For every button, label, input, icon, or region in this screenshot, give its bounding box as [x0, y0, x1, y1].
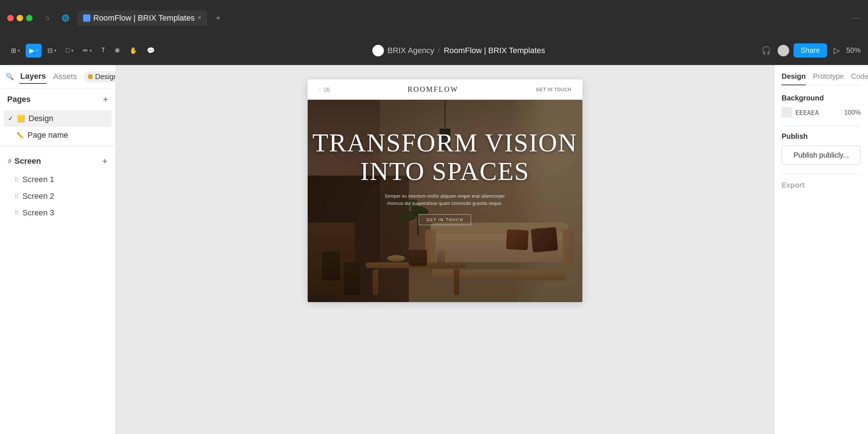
shape-tool[interactable]: □ ▾: [62, 44, 77, 57]
pages-list: ✓ 🟨 Design ✏️ Page name: [0, 110, 115, 143]
components-icon: ❋: [115, 47, 120, 55]
screen-1-label: Screen 1: [22, 175, 54, 184]
user-avatar[interactable]: [778, 45, 789, 56]
main-layout: 🔍 Layers Assets Design ∧ Pages + ✓ 🟨 Des…: [0, 65, 868, 434]
export-section: Export: [782, 181, 861, 189]
design-chip[interactable]: Design ∧: [84, 71, 116, 82]
headphones-icon[interactable]: 🎧: [759, 44, 773, 57]
tab-layers[interactable]: Layers: [20, 69, 47, 84]
grid-dots-icon: ⠿: [14, 176, 19, 183]
hero-content: TRANSFORM VISION INTO SPACES Semper eu i…: [308, 100, 582, 302]
grid-dots-icon: ⠿: [14, 210, 19, 216]
hero-cta-button[interactable]: GET IN TOUCH: [419, 214, 471, 225]
tab-code[interactable]: Code: [851, 72, 868, 81]
export-title: Export: [782, 181, 861, 189]
screen-item-3[interactable]: ⠿ Screen 3: [4, 205, 112, 221]
sidebar-divider: [0, 146, 115, 147]
breadcrumb: BRIX Agency / RoomFlow | BRIX Templates: [372, 45, 545, 56]
grid-icon: ⊞: [11, 47, 16, 55]
screen-items-list: ⠿ Screen 1 ⠿ Screen 2 ⠿ Screen 3: [4, 170, 112, 223]
frame-tool[interactable]: ⊟ ▾: [44, 44, 60, 57]
frame-nav-cta[interactable]: GET IN TOUCH: [536, 87, 571, 92]
left-sidebar: 🔍 Layers Assets Design ∧ Pages + ✓ 🟨 Des…: [0, 65, 116, 434]
background-title: Background: [782, 94, 861, 102]
comment-tool[interactable]: 💬: [143, 44, 158, 57]
browser-traffic-lights: [7, 15, 33, 21]
page-name-sub-label: Page name: [27, 130, 68, 140]
hand-tool[interactable]: ✋: [126, 44, 141, 57]
text-icon: T: [101, 47, 105, 54]
select-tool[interactable]: ▶ ▾: [26, 44, 42, 57]
frame-nav-left: :: (3): [318, 86, 330, 93]
browser-menu-button[interactable]: ···: [852, 13, 861, 23]
share-button[interactable]: Share: [794, 43, 827, 57]
page-emoji: 🟨: [17, 115, 25, 123]
publish-button[interactable]: Publish publicly...: [782, 146, 861, 165]
breadcrumb-separator: /: [438, 46, 440, 55]
publish-section: Publish Publish publicly...: [782, 132, 861, 165]
dot-red[interactable]: [7, 15, 14, 21]
frame-icon: ⊟: [47, 47, 53, 55]
panel-divider-2: [782, 173, 861, 174]
tab-prototype[interactable]: Prototype: [813, 72, 844, 81]
canvas-area[interactable]: :: (3) ROOMFLOW GET IN TOUCH: [116, 65, 774, 434]
screen-item-2[interactable]: ⠿ Screen 2: [4, 188, 112, 205]
figma-toolbar: ⊞ ▾ ▶ ▾ ⊟ ▾ □ ▾ ✏ ▾ T ❋ ✋ 💬: [0, 36, 868, 65]
background-color-swatch[interactable]: [782, 107, 792, 117]
globe-icon[interactable]: 🌐: [59, 12, 72, 24]
browser-tab[interactable]: RoomFlow | BRIX Templates ×: [77, 10, 207, 26]
panel-tabs: Design Prototype Code: [782, 72, 861, 85]
tab-close-button[interactable]: ×: [197, 14, 201, 22]
grid-icon: #: [8, 158, 12, 165]
add-screen-button[interactable]: +: [102, 156, 107, 166]
chevron-down-icon: ▾: [54, 48, 56, 53]
screen-3-label: Screen 3: [22, 208, 54, 218]
page-item-page-name[interactable]: ✏️ Page name: [4, 127, 112, 143]
org-avatar: [372, 45, 384, 56]
panel-divider-1: [782, 126, 861, 126]
play-button[interactable]: ▷: [831, 44, 842, 57]
search-icon[interactable]: 🔍: [6, 73, 14, 81]
zoom-control[interactable]: 50%: [846, 46, 861, 55]
background-opacity[interactable]: 100%: [844, 109, 861, 116]
add-page-button[interactable]: +: [103, 94, 108, 104]
tab-favicon: [83, 14, 90, 22]
comment-icon: 💬: [147, 47, 155, 55]
frame-navbar: :: (3) ROOMFLOW GET IN TOUCH: [308, 80, 582, 100]
components-tool[interactable]: ❋: [111, 44, 124, 57]
breadcrumb-org: BRIX Agency: [388, 46, 435, 55]
new-tab-button[interactable]: +: [216, 13, 221, 23]
move-tool-group[interactable]: ⊞ ▾: [7, 44, 23, 57]
page-item-design[interactable]: ✓ 🟨 Design: [4, 110, 112, 127]
breadcrumb-project: RoomFlow | BRIX Templates: [444, 46, 545, 55]
design-frame: :: (3) ROOMFLOW GET IN TOUCH: [308, 80, 582, 302]
pen-tool[interactable]: ✏ ▾: [79, 44, 95, 57]
dot-yellow[interactable]: [17, 15, 23, 21]
hand-icon: ✋: [129, 47, 137, 55]
chevron-down-icon: ▾: [36, 48, 38, 53]
home-icon[interactable]: ⌂: [41, 12, 54, 24]
nav-dots-icon: ::: [318, 86, 322, 93]
toolbar-center: BRIX Agency / RoomFlow | BRIX Templates: [166, 45, 752, 56]
hero-title-line1: TRANSFORM VISION: [312, 128, 577, 157]
background-color-hex[interactable]: EEEAEA: [795, 109, 819, 116]
screen-item-1[interactable]: ⠿ Screen 1: [4, 171, 112, 188]
frame-nav-count: (3): [324, 87, 330, 93]
screen-header-left: # Screen: [8, 156, 41, 166]
tab-design[interactable]: Design: [782, 72, 806, 85]
tab-assets[interactable]: Assets: [52, 70, 78, 83]
grid-dots-icon: ⠿: [14, 193, 19, 200]
pen-icon: ✏: [83, 47, 88, 55]
pencil-icon: ✏️: [17, 132, 24, 139]
toolbar-right: 🎧 Share ▷ 50%: [759, 43, 861, 57]
shape-icon: □: [66, 47, 70, 54]
screen-header[interactable]: # Screen +: [4, 152, 112, 170]
chevron-down-icon: ▾: [90, 48, 92, 53]
screen-2-label: Screen 2: [22, 192, 54, 201]
dot-green[interactable]: [26, 15, 33, 21]
hero-title-line2: INTO SPACES: [360, 157, 529, 186]
text-tool[interactable]: T: [98, 44, 109, 57]
background-section: Background EEEAEA 100%: [782, 94, 861, 117]
frame-logo: ROOMFLOW: [407, 85, 458, 94]
pages-title: Pages: [7, 95, 31, 104]
